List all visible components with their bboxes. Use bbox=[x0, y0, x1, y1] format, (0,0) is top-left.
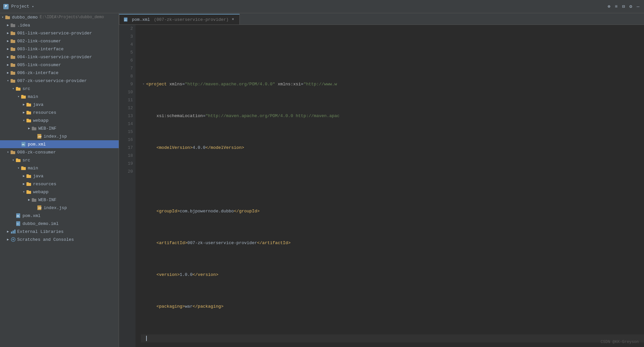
code-line-5: <modelVersion>4.0.0</modelVersion> bbox=[141, 144, 644, 152]
sidebar-item-001[interactable]: ▶ 001-link-userservice-provider bbox=[0, 29, 119, 37]
sidebar-item-008[interactable]: ▾ 008-zk-consumer bbox=[0, 148, 119, 156]
tab-close-button[interactable]: × bbox=[231, 17, 235, 22]
indexjsp-008-icon: JSP bbox=[37, 205, 42, 210]
tree-root[interactable]: ▾ dubbo_demo E:\IDEA\Projects\dubbo_demo bbox=[0, 13, 119, 21]
webapp-007-arrow: ▾ bbox=[21, 118, 26, 123]
007-arrow: ▾ bbox=[5, 78, 11, 83]
project-title: Project bbox=[11, 4, 29, 9]
java-008-arrow: ▶ bbox=[21, 173, 26, 179]
tab-xml-icon: XML bbox=[123, 17, 129, 22]
sidebar-item-004[interactable]: ▶ 004-link-userservice-provider bbox=[0, 53, 119, 61]
src-008-label: src bbox=[22, 158, 30, 163]
svg-rect-18 bbox=[16, 88, 20, 91]
svg-rect-46 bbox=[32, 199, 36, 202]
code-line-3: ▾ <project xmlns="http://maven.apache.or… bbox=[141, 80, 644, 88]
java-007-arrow: ▶ bbox=[21, 102, 26, 107]
002-folder-icon bbox=[11, 38, 16, 44]
indexjsp-007-label: index.jsp bbox=[44, 134, 67, 139]
sidebar-item-indexjsp-007[interactable]: JSP index.jsp bbox=[0, 132, 119, 140]
minimize-icon[interactable]: — bbox=[635, 4, 641, 9]
sidebar-item-resources-008[interactable]: ▶ resources bbox=[0, 180, 119, 188]
006-folder-icon bbox=[11, 70, 16, 75]
sidebar-item-java-007[interactable]: ▶ java bbox=[0, 101, 119, 108]
svg-rect-6 bbox=[11, 40, 15, 43]
sidebar-item-main-008[interactable]: ▾ main bbox=[0, 164, 119, 172]
pomxml-008-label: pom.xml bbox=[22, 213, 41, 218]
sidebar-item-src-007[interactable]: ▾ src bbox=[0, 85, 119, 93]
003-label: 003-link-interface bbox=[17, 47, 63, 52]
svg-rect-8 bbox=[11, 48, 15, 51]
code-line-2 bbox=[141, 49, 644, 57]
project-dropdown[interactable]: ▾ bbox=[32, 5, 34, 9]
svg-rect-2 bbox=[11, 24, 15, 27]
sidebar-item-external-libs[interactable]: ▶ External Libraries bbox=[0, 228, 119, 236]
sidebar-item-idea[interactable]: ▶ .idea bbox=[0, 21, 119, 29]
sidebar-item-webinf-008[interactable]: ▶ WEB-INF bbox=[0, 196, 119, 204]
sidebar-item-resources-007[interactable]: ▶ resources bbox=[0, 108, 119, 116]
add-module-icon[interactable]: ⊕ bbox=[606, 4, 612, 9]
005-label: 005-link-consumer bbox=[17, 63, 61, 67]
code-line-4: xsi:schemaLocation="http://maven.apache.… bbox=[141, 112, 644, 120]
pomxml-007-icon: XML bbox=[21, 142, 26, 147]
sidebar-item-webinf-007[interactable]: ▶ WEB-INF bbox=[0, 124, 119, 132]
sidebar-item-005[interactable]: ▶ 005-link-consumer bbox=[0, 61, 119, 69]
svg-rect-35 bbox=[11, 151, 13, 152]
main-008-arrow: ▾ bbox=[16, 165, 21, 171]
svg-rect-29 bbox=[32, 127, 34, 128]
007-folder-icon bbox=[11, 78, 16, 83]
svg-rect-12 bbox=[11, 64, 15, 67]
sidebar-item-002[interactable]: ▶ 002-link-consumer bbox=[0, 37, 119, 45]
svg-text:IML: IML bbox=[17, 223, 19, 225]
src-007-label: src bbox=[22, 86, 30, 91]
horizontal-split-icon[interactable]: ⊟ bbox=[621, 4, 626, 9]
webinf-008-arrow: ▶ bbox=[26, 197, 32, 202]
svg-rect-42 bbox=[26, 183, 31, 186]
004-arrow: ▶ bbox=[5, 54, 11, 60]
sidebar-item-003[interactable]: ▶ 003-link-interface bbox=[0, 45, 119, 53]
svg-rect-11 bbox=[11, 55, 13, 56]
svg-rect-16 bbox=[11, 80, 15, 83]
java-008-label: java bbox=[33, 174, 43, 179]
sidebar-item-pomxml-007[interactable]: XML pom.xml bbox=[0, 140, 119, 148]
code-content[interactable]: ▾ <project xmlns="http://maven.apache.or… bbox=[136, 25, 644, 347]
line-numbers: 2 3 4 5 6 7 8 9 10 11 12 13 14 15 16 17 … bbox=[119, 25, 136, 347]
003-folder-icon bbox=[11, 46, 16, 52]
sidebar-item-java-008[interactable]: ▶ java bbox=[0, 172, 119, 180]
src-008-icon bbox=[16, 157, 21, 163]
svg-text:XML: XML bbox=[22, 144, 25, 146]
collapse-icon[interactable]: ≡ bbox=[614, 4, 619, 9]
java-007-icon bbox=[26, 102, 32, 107]
fold-3[interactable]: ▾ bbox=[141, 80, 146, 88]
sidebar-item-src-008[interactable]: ▾ src bbox=[0, 156, 119, 164]
main-008-label: main bbox=[28, 166, 38, 171]
main-008-icon bbox=[21, 165, 26, 171]
main-content: ▾ dubbo_demo E:\IDEA\Projects\dubbo_demo… bbox=[0, 13, 644, 347]
tab-label: pom.xml (007-zk-userservice-provider) bbox=[132, 17, 229, 22]
004-label: 004-link-userservice-provider bbox=[17, 55, 92, 60]
sidebar-item-007[interactable]: ▾ 007-zk-userservice-provider bbox=[0, 77, 119, 85]
sidebar-item-006[interactable]: ▶ 006-zk-interface bbox=[0, 69, 119, 77]
webinf-007-arrow: ▶ bbox=[26, 126, 32, 131]
svg-text:XML: XML bbox=[17, 215, 20, 217]
sidebar-item-webapp-007[interactable]: ▾ webapp bbox=[0, 116, 119, 124]
webapp-007-icon bbox=[26, 118, 32, 123]
java-008-icon bbox=[26, 173, 32, 179]
settings-icon[interactable]: ⚙ bbox=[628, 4, 633, 9]
ext-libs-label: External Libraries bbox=[17, 229, 63, 234]
webinf-008-icon bbox=[32, 197, 37, 202]
svg-rect-17 bbox=[11, 79, 13, 80]
sidebar-item-indexjsp-008[interactable]: JSP index.jsp bbox=[0, 204, 119, 212]
sidebar-item-webapp-008[interactable]: ▾ webapp bbox=[0, 188, 119, 196]
005-folder-icon bbox=[11, 62, 16, 67]
ext-libs-icon bbox=[11, 229, 16, 234]
svg-rect-44 bbox=[26, 191, 31, 194]
sidebar-item-scratches[interactable]: ▶ Scratches and Consoles bbox=[0, 236, 119, 243]
sidebar-item-main-007[interactable]: ▾ main bbox=[0, 93, 119, 101]
003-arrow: ▶ bbox=[5, 46, 11, 52]
sidebar-item-dubbo-iml[interactable]: IML dubbo_demo.iml bbox=[0, 220, 119, 228]
pom-tab[interactable]: XML pom.xml (007-zk-userservice-provider… bbox=[119, 14, 240, 24]
resources-007-arrow: ▶ bbox=[21, 110, 26, 115]
scratches-icon bbox=[11, 237, 16, 242]
sidebar-item-pomxml-008[interactable]: XML pom.xml bbox=[0, 212, 119, 220]
src-007-icon bbox=[16, 86, 21, 91]
